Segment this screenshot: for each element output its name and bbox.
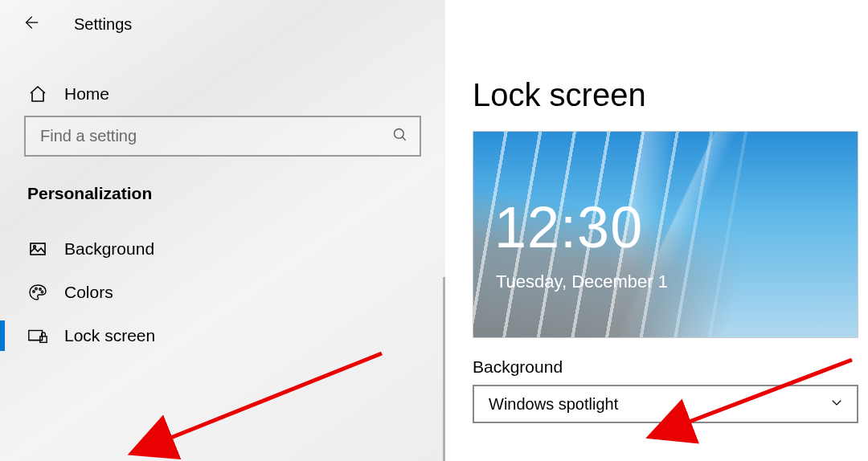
sidebar-item-lockscreen[interactable]: Lock screen xyxy=(0,314,445,357)
svg-rect-1 xyxy=(31,243,45,255)
arrow-left-icon xyxy=(22,14,39,35)
picture-icon xyxy=(27,239,48,259)
sidebar-item-colors[interactable]: Colors xyxy=(0,271,445,314)
svg-point-5 xyxy=(39,288,41,290)
search-input[interactable] xyxy=(40,127,392,145)
search-wrap xyxy=(0,116,445,181)
svg-point-6 xyxy=(41,291,43,292)
svg-point-2 xyxy=(34,246,36,248)
search-icon xyxy=(392,127,408,146)
sidebar-item-label: Colors xyxy=(64,283,113,302)
sidebar-item-home[interactable]: Home xyxy=(0,72,445,116)
preview-time: 12:30 xyxy=(494,194,643,260)
back-button[interactable] xyxy=(21,14,40,34)
home-icon xyxy=(27,84,48,104)
svg-point-0 xyxy=(395,129,404,138)
sidebar-item-label: Home xyxy=(64,84,109,104)
svg-rect-8 xyxy=(40,337,47,342)
sidebar-item-background[interactable]: Background xyxy=(0,227,445,271)
palette-icon xyxy=(27,282,48,303)
lockscreen-preview: 12:30 Tuesday, December 1 xyxy=(473,131,858,338)
sidebar-header: Settings xyxy=(0,14,445,72)
app-title: Settings xyxy=(74,15,132,34)
section-title: Personalization xyxy=(0,181,445,227)
sidebar-item-label: Lock screen xyxy=(64,326,155,345)
chevron-down-icon xyxy=(829,395,844,414)
page-title: Lock screen xyxy=(473,77,868,113)
sidebar-item-label: Background xyxy=(64,239,154,259)
sidebar: Settings Home Personalization xyxy=(0,0,445,461)
lockscreen-icon xyxy=(27,325,48,346)
background-label: Background xyxy=(473,357,868,377)
svg-point-3 xyxy=(33,291,35,292)
main-panel: Lock screen 12:30 Tuesday, December 1 Ba… xyxy=(445,0,868,461)
background-dropdown[interactable]: Windows spotlight xyxy=(473,385,858,423)
dropdown-value: Windows spotlight xyxy=(489,395,618,414)
search-box[interactable] xyxy=(24,116,421,157)
svg-point-4 xyxy=(35,288,37,289)
preview-date: Tuesday, December 1 xyxy=(496,271,668,292)
